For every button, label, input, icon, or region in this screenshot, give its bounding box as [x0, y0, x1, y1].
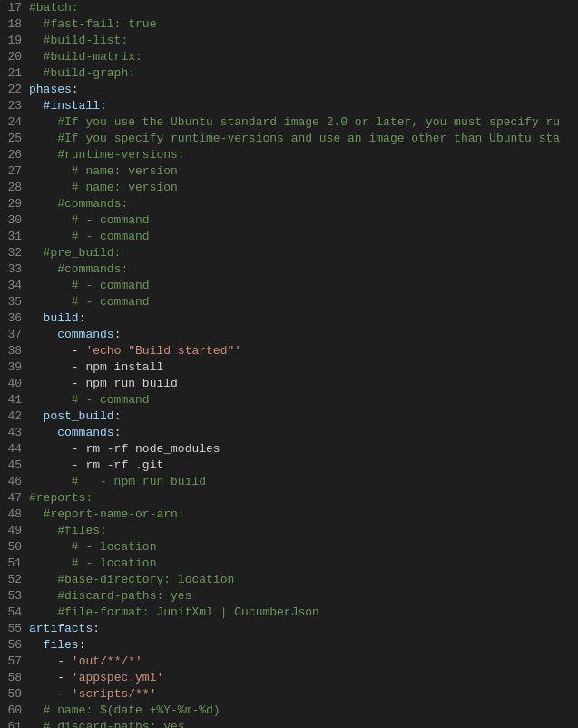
code-line: 25 #If you specify runtime-versions and … [0, 131, 578, 147]
line-content: commands: [29, 425, 574, 441]
line-content: #build-graph: [29, 65, 574, 82]
code-line: 57 - 'out/**/*' [0, 654, 578, 670]
line-content: #base-directory: location [29, 572, 574, 588]
code-line: 48 #report-name-or-arn: [0, 507, 578, 523]
code-line: 18 #fast-fail: true [0, 16, 578, 33]
line-number: 24 [0, 114, 29, 131]
line-content: #batch: [29, 0, 574, 16]
line-number: 31 [0, 229, 29, 245]
line-content: phases: [29, 82, 574, 98]
code-line: 21 #build-graph: [0, 65, 578, 82]
code-line: 49 #files: [0, 523, 578, 539]
line-number: 55 [0, 621, 29, 637]
code-line: 61 # discard-paths: yes [0, 719, 578, 728]
line-content: #commands: [29, 196, 574, 212]
code-line: 26 #runtime-versions: [0, 147, 578, 163]
code-line: 20 #build-matrix: [0, 49, 578, 65]
code-line: 31 # - command [0, 229, 578, 245]
line-number: 56 [0, 637, 29, 654]
line-content: files: [29, 637, 574, 654]
line-content: # - command [29, 229, 574, 245]
line-content: #install: [29, 98, 574, 114]
code-line: 41 # - command [0, 392, 578, 408]
code-line: 52 #base-directory: location [0, 572, 578, 588]
line-number: 61 [0, 719, 29, 728]
code-line: 37 commands: [0, 327, 578, 343]
line-number: 20 [0, 49, 29, 65]
line-number: 34 [0, 278, 29, 294]
code-line: 33 #commands: [0, 261, 578, 278]
line-number: 50 [0, 539, 29, 556]
line-number: 21 [0, 65, 29, 82]
line-content: #runtime-versions: [29, 147, 574, 163]
line-number: 48 [0, 507, 29, 523]
line-number: 59 [0, 686, 29, 703]
line-number: 33 [0, 261, 29, 278]
line-content: # name: version [29, 180, 574, 196]
code-line: 47#reports: [0, 490, 578, 507]
line-number: 28 [0, 180, 29, 196]
line-content: # - command [29, 278, 574, 294]
code-line: 38 - 'echo "Build started"' [0, 343, 578, 359]
code-line: 29 #commands: [0, 196, 578, 212]
line-number: 43 [0, 425, 29, 441]
line-number: 57 [0, 654, 29, 670]
line-number: 53 [0, 588, 29, 605]
line-number: 47 [0, 490, 29, 507]
line-content: - npm run build [29, 376, 574, 392]
line-content: # name: $(date +%Y-%m-%d) [29, 703, 574, 719]
line-content: # - location [29, 556, 574, 572]
code-editor: 17#batch:18 #fast-fail: true19 #build-li… [0, 0, 578, 728]
code-line: 19 #build-list: [0, 33, 578, 49]
line-number: 22 [0, 82, 29, 98]
line-number: 45 [0, 457, 29, 474]
line-content: - npm install [29, 359, 574, 376]
line-content: #build-list: [29, 33, 574, 49]
line-content: # discard-paths: yes [29, 719, 574, 728]
line-number: 27 [0, 163, 29, 180]
code-line: 17#batch: [0, 0, 578, 16]
line-content: commands: [29, 327, 574, 343]
line-content: # - command [29, 392, 574, 408]
line-number: 36 [0, 310, 29, 327]
line-number: 54 [0, 605, 29, 621]
line-content: - 'scripts/**' [29, 686, 574, 703]
line-number: 38 [0, 343, 29, 359]
code-line: 50 # - location [0, 539, 578, 556]
line-content: - rm -rf .git [29, 457, 574, 474]
line-content: #fast-fail: true [29, 16, 574, 33]
code-line: 39 - npm install [0, 359, 578, 376]
line-number: 52 [0, 572, 29, 588]
code-line: 35 # - command [0, 294, 578, 310]
code-line: 28 # name: version [0, 180, 578, 196]
line-number: 30 [0, 212, 29, 229]
line-content: # - npm run build [29, 474, 574, 490]
line-number: 23 [0, 98, 29, 114]
line-content: #files: [29, 523, 574, 539]
line-number: 35 [0, 294, 29, 310]
code-line: 44 - rm -rf node_modules [0, 441, 578, 457]
code-line: 42 post_build: [0, 408, 578, 425]
line-content: post_build: [29, 408, 574, 425]
line-number: 29 [0, 196, 29, 212]
line-content: # name: version [29, 163, 574, 180]
line-content: #build-matrix: [29, 49, 574, 65]
code-line: 55artifacts: [0, 621, 578, 637]
code-line: 46 # - npm run build [0, 474, 578, 490]
code-line: 27 # name: version [0, 163, 578, 180]
code-line: 56 files: [0, 637, 578, 654]
line-number: 42 [0, 408, 29, 425]
line-content: - rm -rf node_modules [29, 441, 574, 457]
line-number: 37 [0, 327, 29, 343]
line-content: #If you use the Ubuntu standard image 2.… [29, 114, 574, 131]
line-content: #If you specify runtime-versions and use… [29, 131, 574, 147]
line-number: 46 [0, 474, 29, 490]
line-number: 49 [0, 523, 29, 539]
line-content: # - command [29, 212, 574, 229]
line-number: 58 [0, 670, 29, 686]
line-number: 32 [0, 245, 29, 261]
code-line: 36 build: [0, 310, 578, 327]
line-content: - 'echo "Build started"' [29, 343, 574, 359]
code-line: 45 - rm -rf .git [0, 457, 578, 474]
code-line: 58 - 'appspec.yml' [0, 670, 578, 686]
